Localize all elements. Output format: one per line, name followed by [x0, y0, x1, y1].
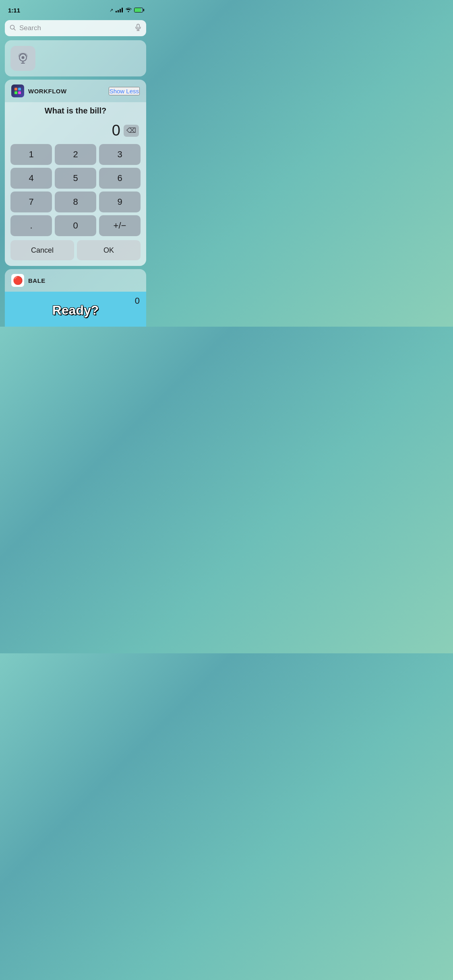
- signal-strength-icon: [116, 8, 123, 12]
- bale-header: 🔴 BALE: [5, 269, 146, 292]
- calc-display: 0: [10, 122, 141, 139]
- calc-btn-8[interactable]: 8: [55, 191, 96, 212]
- cancel-button[interactable]: Cancel: [10, 240, 74, 260]
- workflow-card: WORKFLOW Show Less What is the bill? 0 1…: [5, 80, 146, 266]
- workflow-header: WORKFLOW Show Less: [5, 80, 146, 102]
- calc-buttons: 1 2 3 4 5 6 7 8 9 . 0 +/−: [10, 144, 141, 236]
- podcasts-icon: [10, 46, 35, 71]
- bale-icon: 🔴: [11, 274, 24, 287]
- ok-button[interactable]: OK: [77, 240, 141, 260]
- calc-btn-2[interactable]: 2: [55, 144, 96, 165]
- calculator-widget: What is the bill? 0 1 2 3 4 5 6 7 8 9 . …: [5, 102, 146, 266]
- battery-icon: [134, 8, 143, 12]
- svg-rect-8: [14, 88, 17, 91]
- bale-card: 🔴 BALE 0 Ready?: [5, 269, 146, 327]
- status-icons: ↗: [110, 7, 143, 13]
- workflow-logo: [11, 84, 24, 97]
- location-icon: ↗: [110, 8, 113, 13]
- calc-btn-3[interactable]: 3: [99, 144, 141, 165]
- svg-point-5: [22, 56, 25, 59]
- workflow-title-group: WORKFLOW: [11, 84, 67, 97]
- calc-question: What is the bill?: [10, 106, 141, 115]
- bale-game[interactable]: 0 Ready?: [5, 292, 146, 327]
- calc-btn-1[interactable]: 1: [10, 144, 52, 165]
- wifi-icon: [125, 7, 132, 13]
- svg-rect-10: [14, 91, 17, 94]
- calc-btn-dot[interactable]: .: [10, 215, 52, 236]
- search-icon: [10, 25, 16, 32]
- bale-score: 0: [135, 296, 140, 306]
- workflow-title: WORKFLOW: [28, 88, 67, 95]
- status-bar: 1:11 ↗: [0, 0, 151, 18]
- svg-rect-11: [18, 91, 21, 94]
- calc-btn-plusminus[interactable]: +/−: [99, 215, 141, 236]
- calc-btn-0[interactable]: 0: [55, 215, 96, 236]
- backspace-button[interactable]: [124, 125, 139, 137]
- bale-ready-text: Ready?: [5, 292, 146, 318]
- search-container: Search: [0, 18, 151, 40]
- search-bar[interactable]: Search: [5, 20, 146, 36]
- calc-value: 0: [112, 122, 120, 139]
- calc-btn-7[interactable]: 7: [10, 191, 52, 212]
- calc-actions: Cancel OK: [10, 240, 141, 260]
- calc-btn-6[interactable]: 6: [99, 168, 141, 189]
- search-input: Search: [19, 24, 132, 32]
- svg-rect-9: [18, 88, 21, 91]
- status-time: 1:11: [8, 7, 20, 14]
- calc-btn-4[interactable]: 4: [10, 168, 52, 189]
- calc-btn-5[interactable]: 5: [55, 168, 96, 189]
- podcasts-card: [5, 40, 146, 76]
- calc-btn-9[interactable]: 9: [99, 191, 141, 212]
- svg-rect-1: [137, 24, 139, 28]
- show-less-button[interactable]: Show Less: [109, 87, 140, 95]
- microphone-icon[interactable]: [135, 24, 141, 33]
- bale-title: BALE: [28, 277, 46, 284]
